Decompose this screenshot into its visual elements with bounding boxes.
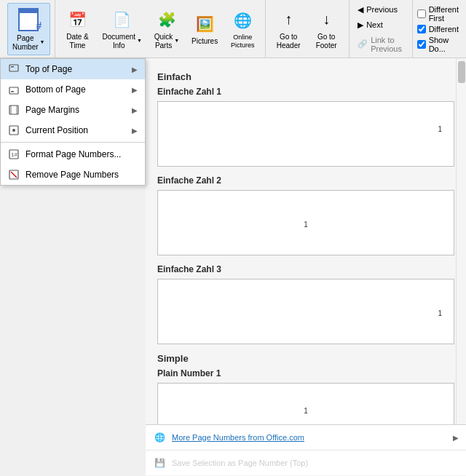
preview-number-1: 1 [438,125,442,133]
main-content: Top of Page ▶ Bottom of Page ▶ Page Marg… [0,58,466,476]
different-first-checkbox[interactable] [417,9,426,18]
remove-page-numbers-icon [8,169,20,181]
different-odd-even-checkbox-row[interactable]: Different [417,25,459,33]
previous-icon: ◀ [358,5,363,15]
show-document-text-label: Show Do... [429,36,459,53]
save-selection-label: Save Selection as Page Number (Top) [172,459,459,467]
pictures-button[interactable]: 🖼️ Pictures [186,9,223,49]
online-pictures-button[interactable]: 🌐 OnlinePictures [224,5,261,53]
more-arrow-icon: ▶ [453,434,459,442]
pictures-icon: 🖼️ [193,12,216,36]
pictures-label: Pictures [191,37,218,46]
item-label-plain-number-1: Plain Number 1 [157,368,454,378]
document-info-icon: 📄 [111,8,134,31]
goto-header-icon: ↑ [277,8,300,31]
dropdown-arrow-icon: ▼ [40,39,45,45]
section-header-simple: Simple [157,353,454,364]
preview-number-3: 1 [438,309,442,317]
globe-icon: 🌐 [153,431,166,444]
menu-item-page-margins[interactable]: Page Margins ▶ [1,100,145,120]
bottom-of-page-icon [8,84,20,95]
document-info-button[interactable]: 📄 DocumentInfo ▼ [98,4,148,54]
svg-line-12 [11,172,17,178]
preview-number-4: 1 [304,407,308,415]
dropdown-menu: Top of Page ▶ Bottom of Page ▶ Page Marg… [0,58,146,186]
bottom-of-page-label: Bottom of Page [25,84,126,95]
item-label-einfache-zahl-2: Einfache Zahl 2 [157,175,454,186]
different-odd-even-label: Different [429,25,459,33]
ribbon: # Page Number ▼ 📅 Date &Time 📄 DocumentI… [0,0,466,58]
menu-item-bottom-of-page[interactable]: Bottom of Page ▶ [1,79,145,100]
svg-rect-3 [11,91,14,92]
svg-point-8 [12,129,15,132]
link-icon: 🔗 [358,39,368,49]
scroll-thumb[interactable] [458,61,465,83]
current-position-arrow-icon: ▶ [132,127,138,135]
section-header-einfach: Einfach [157,71,454,82]
item-label-einfache-zahl-1: Einfache Zahl 1 [157,87,454,97]
menu-item-format-page-numbers[interactable]: 1# Format Page Numbers... [1,144,145,164]
footer-bar: 🌐 More Page Numbers from Office.com ▶ 💾 … [146,424,466,476]
page-number-button[interactable]: # Page Number ▼ [7,3,50,55]
top-of-page-label: Top of Page [25,64,126,74]
svg-rect-0 [9,65,18,71]
date-time-button[interactable]: 📅 Date &Time [60,4,96,54]
previous-button[interactable]: ◀ Previous [354,3,401,17]
current-position-icon [8,124,20,136]
bottom-of-page-arrow-icon: ▶ [132,86,138,94]
preview-number-2: 1 [304,221,308,229]
different-odd-even-checkbox[interactable] [417,25,426,33]
page-number-label: Page Number ▼ [12,34,45,52]
more-page-numbers-label: More Page Numbers from Office.com [172,433,447,442]
date-time-label: Date &Time [66,33,89,50]
goto-footer-button[interactable]: ↓ Go toFooter [308,4,344,54]
preview-box-einfache-zahl-3[interactable]: 1 [157,279,454,344]
preview-box-einfache-zahl-1[interactable]: 1 [157,101,454,167]
menu-item-remove-page-numbers[interactable]: Remove Page Numbers [1,164,145,185]
goto-header-button[interactable]: ↑ Go toHeader [270,4,307,54]
prev-next-group: ◀ Previous ▶ Next 🔗 Link to Previous [350,0,412,57]
link-to-previous-label: Link to Previous [371,36,403,53]
next-button[interactable]: ▶ Next [354,18,387,32]
save-icon: 💾 [153,456,166,469]
online-pictures-icon: 🌐 [231,9,254,32]
next-label: Next [366,20,383,29]
document-info-label: DocumentInfo ▼ [103,33,143,50]
quick-parts-button[interactable]: 🧩 QuickParts ▼ [149,4,185,54]
current-position-label: Current Position [25,125,126,135]
svg-rect-1 [11,66,14,68]
options-group: Different First Different Show Do... [413,0,463,57]
quick-parts-label: QuickParts ▼ [154,33,180,50]
menu-item-current-position[interactable]: Current Position ▶ [1,120,145,140]
menu-separator [1,142,145,143]
item-label-einfache-zahl-3: Einfache Zahl 3 [157,264,454,274]
previous-label: Previous [366,5,398,14]
more-page-numbers-item[interactable]: 🌐 More Page Numbers from Office.com ▶ [146,425,466,451]
show-document-text-checkbox-row[interactable]: Show Do... [417,36,459,53]
top-of-page-arrow-icon: ▶ [132,66,138,74]
quick-parts-icon: 🧩 [155,8,178,31]
page-number-icon: # [15,7,42,33]
remove-page-numbers-label: Remove Page Numbers [25,170,138,180]
save-selection-item[interactable]: 💾 Save Selection as Page Number (Top) [146,451,466,476]
different-first-checkbox-row[interactable]: Different First [417,5,459,23]
menu-item-top-of-page[interactable]: Top of Page ▶ [1,59,145,79]
goto-footer-icon: ↓ [315,8,338,31]
goto-footer-label: Go toFooter [316,33,337,50]
svg-rect-2 [9,87,18,94]
link-to-previous-button[interactable]: 🔗 Link to Previous [354,33,407,55]
online-pictures-label: OnlinePictures [231,33,255,49]
top-of-page-icon [8,63,20,75]
scrollbar[interactable] [456,58,466,476]
preview-box-einfache-zahl-2[interactable]: 1 [157,190,454,255]
page-margins-icon [8,104,20,116]
page-margins-arrow-icon: ▶ [132,106,138,114]
calendar-icon: 📅 [66,8,90,31]
show-document-text-checkbox[interactable] [417,40,426,49]
page-margins-label: Page Margins [25,105,126,115]
next-icon: ▶ [358,20,363,30]
navigation-group: ↑ Go toHeader ↓ Go toFooter [266,0,350,57]
right-panel[interactable]: Einfach Einfache Zahl 1 1 Einfache Zahl … [146,58,466,476]
svg-text:1#: 1# [11,151,17,158]
format-page-numbers-icon: 1# [8,148,20,160]
